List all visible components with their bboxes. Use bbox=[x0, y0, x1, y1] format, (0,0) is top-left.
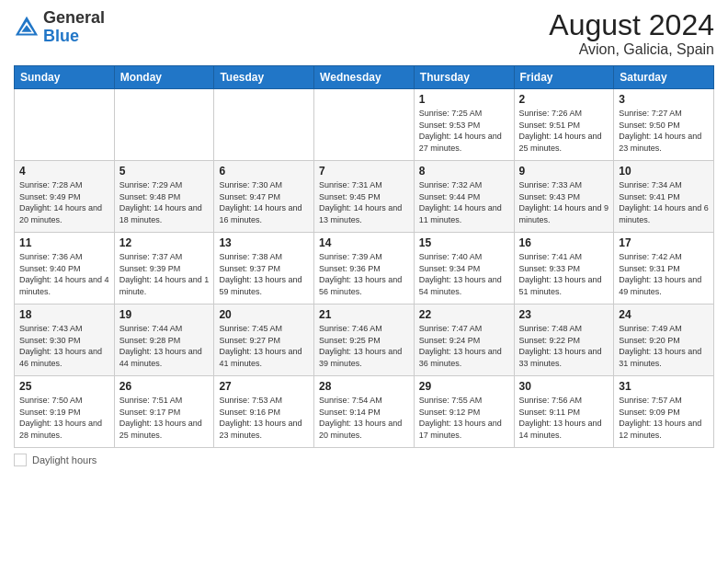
table-row: 3Sunrise: 7:27 AMSunset: 9:50 PMDaylight… bbox=[614, 89, 714, 161]
day-number: 5 bbox=[119, 165, 210, 178]
table-row: 29Sunrise: 7:55 AMSunset: 9:12 PMDayligh… bbox=[414, 376, 514, 448]
table-row: 10Sunrise: 7:34 AMSunset: 9:41 PMDayligh… bbox=[614, 161, 714, 233]
table-row: 27Sunrise: 7:53 AMSunset: 9:16 PMDayligh… bbox=[214, 376, 314, 448]
day-number: 23 bbox=[519, 308, 609, 321]
day-number: 4 bbox=[19, 165, 109, 178]
day-number: 14 bbox=[319, 236, 409, 249]
day-number: 27 bbox=[219, 380, 309, 393]
table-row: 24Sunrise: 7:49 AMSunset: 9:20 PMDayligh… bbox=[614, 304, 714, 376]
table-row: 17Sunrise: 7:42 AMSunset: 9:31 PMDayligh… bbox=[614, 233, 714, 304]
table-row: 28Sunrise: 7:54 AMSunset: 9:14 PMDayligh… bbox=[314, 376, 415, 448]
day-info: Sunrise: 7:53 AMSunset: 9:16 PMDaylight:… bbox=[219, 395, 309, 441]
day-info: Sunrise: 7:38 AMSunset: 9:37 PMDaylight:… bbox=[219, 251, 309, 297]
calendar-week-row: 1Sunrise: 7:25 AMSunset: 9:53 PMDaylight… bbox=[15, 89, 714, 161]
day-info: Sunrise: 7:54 AMSunset: 9:14 PMDaylight:… bbox=[319, 395, 409, 441]
day-info: Sunrise: 7:25 AMSunset: 9:53 PMDaylight:… bbox=[419, 108, 509, 154]
table-row bbox=[15, 89, 115, 161]
day-number: 16 bbox=[519, 236, 609, 249]
day-number: 2 bbox=[519, 93, 609, 106]
day-info: Sunrise: 7:56 AMSunset: 9:11 PMDaylight:… bbox=[519, 395, 609, 441]
day-number: 24 bbox=[619, 308, 709, 321]
col-thursday: Thursday bbox=[414, 66, 514, 89]
day-info: Sunrise: 7:50 AMSunset: 9:19 PMDaylight:… bbox=[19, 395, 109, 441]
day-number: 3 bbox=[619, 93, 709, 106]
day-info: Sunrise: 7:40 AMSunset: 9:34 PMDaylight:… bbox=[419, 251, 509, 297]
calendar-week-row: 18Sunrise: 7:43 AMSunset: 9:30 PMDayligh… bbox=[15, 304, 714, 376]
day-info: Sunrise: 7:41 AMSunset: 9:33 PMDaylight:… bbox=[519, 251, 609, 297]
day-number: 15 bbox=[419, 236, 509, 249]
day-info: Sunrise: 7:33 AMSunset: 9:43 PMDaylight:… bbox=[519, 179, 609, 225]
col-saturday: Saturday bbox=[614, 66, 714, 89]
day-info: Sunrise: 7:34 AMSunset: 9:41 PMDaylight:… bbox=[619, 179, 709, 225]
day-info: Sunrise: 7:39 AMSunset: 9:36 PMDaylight:… bbox=[319, 251, 409, 297]
day-number: 18 bbox=[19, 308, 109, 321]
day-info: Sunrise: 7:49 AMSunset: 9:20 PMDaylight:… bbox=[619, 323, 709, 369]
day-number: 20 bbox=[219, 308, 309, 321]
page: General Blue August 2024 Avion, Galicia,… bbox=[0, 0, 728, 563]
logo: General Blue bbox=[14, 9, 105, 46]
col-tuesday: Tuesday bbox=[214, 66, 314, 89]
day-info: Sunrise: 7:37 AMSunset: 9:39 PMDaylight:… bbox=[119, 251, 210, 297]
table-row: 26Sunrise: 7:51 AMSunset: 9:17 PMDayligh… bbox=[114, 376, 214, 448]
table-row: 15Sunrise: 7:40 AMSunset: 9:34 PMDayligh… bbox=[414, 233, 514, 304]
table-row: 18Sunrise: 7:43 AMSunset: 9:30 PMDayligh… bbox=[15, 304, 115, 376]
table-row: 5Sunrise: 7:29 AMSunset: 9:48 PMDaylight… bbox=[114, 161, 214, 233]
day-number: 6 bbox=[219, 165, 309, 178]
day-number: 29 bbox=[419, 380, 509, 393]
table-row: 25Sunrise: 7:50 AMSunset: 9:19 PMDayligh… bbox=[15, 376, 115, 448]
day-number: 26 bbox=[119, 380, 210, 393]
day-number: 31 bbox=[619, 380, 709, 393]
day-number: 13 bbox=[219, 236, 309, 249]
day-info: Sunrise: 7:45 AMSunset: 9:27 PMDaylight:… bbox=[219, 323, 309, 369]
logo-text: General Blue bbox=[43, 9, 105, 46]
day-info: Sunrise: 7:32 AMSunset: 9:44 PMDaylight:… bbox=[419, 179, 509, 225]
table-row: 23Sunrise: 7:48 AMSunset: 9:22 PMDayligh… bbox=[514, 304, 614, 376]
table-row: 1Sunrise: 7:25 AMSunset: 9:53 PMDaylight… bbox=[414, 89, 514, 161]
day-info: Sunrise: 7:31 AMSunset: 9:45 PMDaylight:… bbox=[319, 179, 409, 225]
day-number: 11 bbox=[19, 236, 109, 249]
day-info: Sunrise: 7:43 AMSunset: 9:30 PMDaylight:… bbox=[19, 323, 109, 369]
day-info: Sunrise: 7:28 AMSunset: 9:49 PMDaylight:… bbox=[19, 179, 109, 225]
day-info: Sunrise: 7:51 AMSunset: 9:17 PMDaylight:… bbox=[119, 395, 210, 441]
day-number: 12 bbox=[119, 236, 210, 249]
header: General Blue August 2024 Avion, Galicia,… bbox=[14, 9, 714, 58]
day-info: Sunrise: 7:26 AMSunset: 9:51 PMDaylight:… bbox=[519, 108, 609, 154]
table-row: 9Sunrise: 7:33 AMSunset: 9:43 PMDaylight… bbox=[514, 161, 614, 233]
calendar-header-row: Sunday Monday Tuesday Wednesday Thursday… bbox=[15, 66, 714, 89]
day-info: Sunrise: 7:42 AMSunset: 9:31 PMDaylight:… bbox=[619, 251, 709, 297]
location: Avion, Galicia, Spain bbox=[549, 41, 714, 58]
table-row bbox=[314, 89, 415, 161]
table-row bbox=[214, 89, 314, 161]
day-info: Sunrise: 7:44 AMSunset: 9:28 PMDaylight:… bbox=[119, 323, 210, 369]
day-info: Sunrise: 7:46 AMSunset: 9:25 PMDaylight:… bbox=[319, 323, 409, 369]
daylight-icon bbox=[14, 454, 27, 466]
day-info: Sunrise: 7:27 AMSunset: 9:50 PMDaylight:… bbox=[619, 108, 709, 154]
col-wednesday: Wednesday bbox=[314, 66, 415, 89]
month-year: August 2024 bbox=[549, 9, 714, 41]
table-row: 20Sunrise: 7:45 AMSunset: 9:27 PMDayligh… bbox=[214, 304, 314, 376]
day-number: 10 bbox=[619, 165, 709, 178]
table-row: 16Sunrise: 7:41 AMSunset: 9:33 PMDayligh… bbox=[514, 233, 614, 304]
table-row: 11Sunrise: 7:36 AMSunset: 9:40 PMDayligh… bbox=[15, 233, 115, 304]
col-monday: Monday bbox=[114, 66, 214, 89]
table-row: 7Sunrise: 7:31 AMSunset: 9:45 PMDaylight… bbox=[314, 161, 415, 233]
table-row: 31Sunrise: 7:57 AMSunset: 9:09 PMDayligh… bbox=[614, 376, 714, 448]
logo-icon bbox=[14, 15, 40, 40]
logo-blue: Blue bbox=[43, 27, 79, 45]
title-block: August 2024 Avion, Galicia, Spain bbox=[549, 9, 714, 58]
table-row: 2Sunrise: 7:26 AMSunset: 9:51 PMDaylight… bbox=[514, 89, 614, 161]
table-row: 14Sunrise: 7:39 AMSunset: 9:36 PMDayligh… bbox=[314, 233, 415, 304]
day-info: Sunrise: 7:48 AMSunset: 9:22 PMDaylight:… bbox=[519, 323, 609, 369]
day-number: 19 bbox=[119, 308, 210, 321]
footer: Daylight hours bbox=[14, 454, 714, 466]
table-row: 19Sunrise: 7:44 AMSunset: 9:28 PMDayligh… bbox=[114, 304, 214, 376]
table-row: 13Sunrise: 7:38 AMSunset: 9:37 PMDayligh… bbox=[214, 233, 314, 304]
table-row: 12Sunrise: 7:37 AMSunset: 9:39 PMDayligh… bbox=[114, 233, 214, 304]
day-number: 22 bbox=[419, 308, 509, 321]
calendar-week-row: 25Sunrise: 7:50 AMSunset: 9:19 PMDayligh… bbox=[15, 376, 714, 448]
table-row: 22Sunrise: 7:47 AMSunset: 9:24 PMDayligh… bbox=[414, 304, 514, 376]
day-info: Sunrise: 7:47 AMSunset: 9:24 PMDaylight:… bbox=[419, 323, 509, 369]
col-friday: Friday bbox=[514, 66, 614, 89]
day-info: Sunrise: 7:30 AMSunset: 9:47 PMDaylight:… bbox=[219, 179, 309, 225]
table-row: 8Sunrise: 7:32 AMSunset: 9:44 PMDaylight… bbox=[414, 161, 514, 233]
